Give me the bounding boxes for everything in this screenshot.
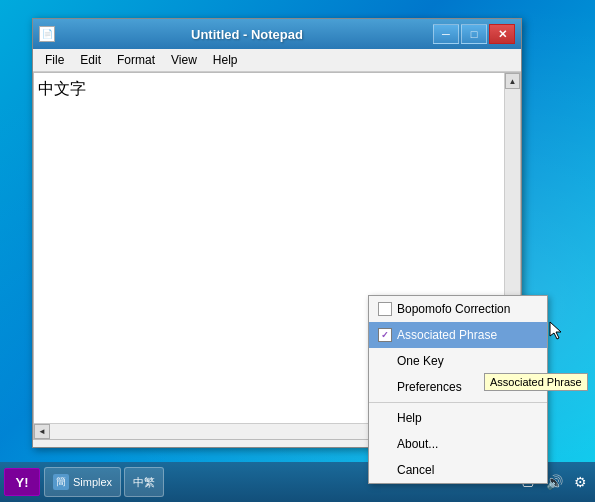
check-about	[377, 436, 393, 452]
check-one-key	[377, 353, 393, 369]
maximize-button[interactable]: □	[461, 24, 487, 44]
ctx-label-preferences: Preferences	[397, 380, 462, 394]
menu-view[interactable]: View	[163, 51, 205, 69]
checkbox-associated	[378, 328, 392, 342]
ctx-item-associated-phrase[interactable]: Associated Phrase	[369, 322, 547, 348]
app-icon: 📄	[39, 26, 55, 42]
ctx-item-about[interactable]: About...	[369, 431, 547, 457]
svg-marker-0	[550, 322, 561, 339]
lang-label: 中繁	[133, 475, 155, 490]
ctx-item-cancel[interactable]: Cancel	[369, 457, 547, 483]
check-cancel	[377, 462, 393, 478]
ctx-item-bopomofo[interactable]: Bopomofo Correction	[369, 296, 547, 322]
close-button[interactable]: ✕	[489, 24, 515, 44]
check-associated	[377, 327, 393, 343]
ctx-label-one-key: One Key	[397, 354, 444, 368]
menu-format[interactable]: Format	[109, 51, 163, 69]
mouse-cursor	[548, 320, 560, 338]
settings-tray-icon[interactable]: ⚙	[569, 471, 591, 493]
taskbar-simplex-item[interactable]: 簡 Simplex	[44, 467, 121, 497]
simplex-icon: 簡	[53, 474, 69, 490]
checkbox-bopomofo	[378, 302, 392, 316]
ctx-label-bopomofo: Bopomofo Correction	[397, 302, 510, 316]
scroll-left-arrow[interactable]: ◄	[34, 424, 50, 439]
title-bar-buttons: ─ □ ✕	[433, 24, 515, 44]
ctx-item-help[interactable]: Help	[369, 405, 547, 431]
taskbar-lang-item[interactable]: 中繁	[124, 467, 164, 497]
simplex-label: Simplex	[73, 476, 112, 488]
minimize-button[interactable]: ─	[433, 24, 459, 44]
check-help	[377, 410, 393, 426]
check-preferences	[377, 379, 393, 395]
menu-help[interactable]: Help	[205, 51, 246, 69]
ctx-label-associated: Associated Phrase	[397, 328, 497, 342]
menu-edit[interactable]: Edit	[72, 51, 109, 69]
ctx-label-about: About...	[397, 437, 438, 451]
title-bar: 📄 Untitled - Notepad ─ □ ✕	[33, 19, 521, 49]
check-bopomofo	[377, 301, 393, 317]
yahoo-start-button[interactable]: Y!	[4, 468, 40, 496]
associated-phrase-tooltip: Associated Phrase	[484, 373, 588, 391]
menu-file[interactable]: File	[37, 51, 72, 69]
ctx-label-cancel: Cancel	[397, 463, 434, 477]
scroll-up-arrow[interactable]: ▲	[505, 73, 520, 89]
window-title: Untitled - Notepad	[61, 27, 433, 42]
ctx-label-help: Help	[397, 411, 422, 425]
menu-bar: File Edit Format View Help	[33, 49, 521, 72]
ctx-item-one-key[interactable]: One Key	[369, 348, 547, 374]
menu-separator	[369, 402, 547, 403]
